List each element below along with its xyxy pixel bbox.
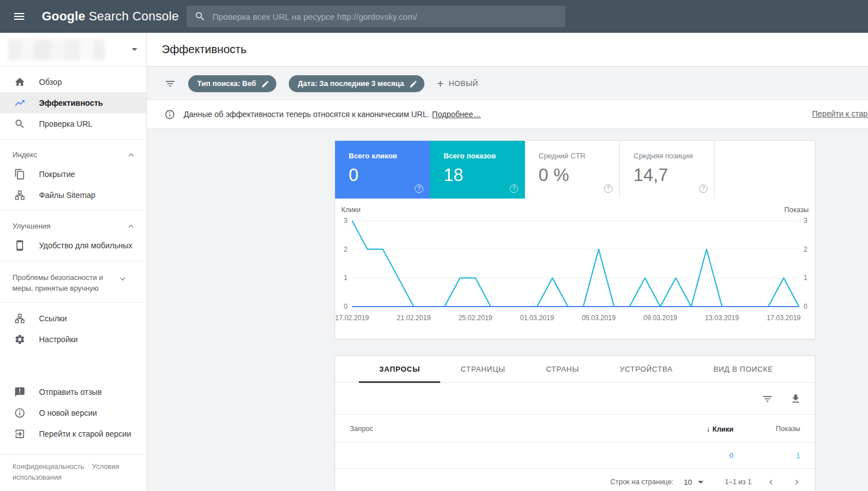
svg-text:01.03.2019: 01.03.2019 (520, 314, 554, 322)
chip-label: Дата: За последние 3 месяца (298, 79, 404, 88)
sidebar-item-feedback[interactable]: Отправить отзыв (0, 381, 146, 402)
table-filter-icon[interactable] (762, 393, 773, 404)
next-page-button[interactable]: › (790, 475, 804, 489)
rows-per-page-select[interactable]: 10 (684, 478, 703, 486)
filter-icon[interactable] (164, 78, 176, 89)
metric-tile-avg-position[interactable]: Средняя позиция 14,7 ? (620, 141, 715, 199)
tab-label: СТРАНИЦЫ (461, 365, 505, 373)
logo-google: Google (42, 9, 85, 23)
property-selector[interactable] (0, 33, 146, 67)
help-icon[interactable]: ? (415, 184, 423, 193)
sidebar-item-old-version[interactable]: Перейти к старой версии (0, 423, 146, 444)
metric-tile-total-clicks[interactable]: Всего кликов 0 ? (335, 141, 430, 199)
rows-per-page-value: 10 (684, 478, 692, 486)
section-improvements[interactable]: Улучшения (0, 216, 146, 235)
page-header: Эффективность (147, 33, 868, 67)
sidebar-item-mobile-usability[interactable]: Удобство для мобильных (0, 235, 146, 256)
chevron-up-icon (126, 221, 136, 231)
table-pagination: Строк на странице: 10 1–1 из 1 ‹ › (335, 469, 815, 491)
sidebar-item-coverage[interactable]: Покрытие (0, 163, 146, 184)
svg-text:09.03.2019: 09.03.2019 (643, 314, 677, 322)
prev-page-button[interactable]: ‹ (764, 475, 778, 489)
tab-queries[interactable]: ЗАПРОСЫ (359, 356, 440, 382)
metric-tile-total-impressions[interactable]: Всего показов 18 ? (430, 141, 525, 199)
new-filter-button[interactable]: + НОВЫЙ (437, 77, 478, 89)
performance-chart[interactable]: Клики Показы 0011223317.02.201921.02.201… (335, 199, 815, 337)
sidebar-item-label: Эффективность (39, 98, 103, 107)
metric-value: 0 (349, 165, 430, 186)
svg-text:21.02.2019: 21.02.2019 (397, 314, 431, 322)
metric-label: Средняя позиция (633, 152, 714, 160)
url-inspect-input[interactable] (212, 12, 557, 21)
sidebar: Обзор Эффективность Проверка URL Индекс … (0, 33, 147, 491)
filter-bar: Тип поиска: Веб Дата: За последние 3 мес… (147, 67, 868, 100)
edit-pencil-icon (409, 79, 418, 88)
svg-text:0: 0 (344, 303, 348, 311)
sidebar-nav: Обзор Эффективность Проверка URL Индекс … (0, 67, 146, 454)
sidebar-item-label: Обзор (39, 77, 62, 87)
table-header-row: Запрос ↓Клики Показы (335, 415, 815, 443)
svg-text:1: 1 (344, 274, 348, 282)
old-report-link[interactable]: Перейти к старо (812, 109, 868, 118)
section-title: Проблемы безопасности и меры, принятые в… (12, 272, 118, 294)
info-banner: Данные об эффективности теперь относятся… (147, 100, 868, 129)
help-icon[interactable]: ? (510, 184, 518, 193)
filter-chip-date[interactable]: Дата: За последние 3 месяца (289, 75, 424, 92)
filter-chip-search-type[interactable]: Тип поиска: Веб (188, 75, 276, 92)
divider (0, 261, 146, 261)
tab-devices[interactable]: УСТРОЙСТВА (600, 356, 693, 382)
logo-product: Search Console (89, 9, 179, 23)
tab-pages[interactable]: СТРАНИЦЫ (440, 356, 526, 382)
svg-text:3: 3 (344, 217, 348, 225)
column-header-clicks[interactable]: ↓Клики (654, 424, 734, 433)
magnifier-icon (14, 118, 25, 130)
home-icon (14, 76, 25, 88)
sidebar-item-links[interactable]: Ссылки (0, 308, 146, 329)
help-icon[interactable]: ? (604, 184, 613, 193)
section-index[interactable]: Индекс (0, 145, 146, 163)
property-name-redacted (8, 39, 105, 61)
tab-search-appearance[interactable]: ВИД В ПОИСКЕ (693, 356, 793, 382)
metric-tile-avg-ctr[interactable]: Средний CTR 0 % ? (525, 141, 620, 199)
sidebar-item-label: Проверка URL (39, 119, 93, 128)
learn-more-link[interactable]: Подробнее… (432, 110, 481, 119)
tab-countries[interactable]: СТРАНЫ (526, 356, 599, 382)
svg-text:2: 2 (804, 246, 808, 253)
tile-filler (715, 141, 815, 199)
chevron-up-icon (126, 150, 136, 160)
table-toolbar (335, 383, 815, 415)
chip-label: Тип поиска: Веб (197, 79, 256, 88)
table-row[interactable]: 0 1 (335, 443, 815, 469)
sidebar-item-performance[interactable]: Эффективность (0, 92, 146, 113)
section-title: Улучшения (12, 221, 126, 231)
column-header-query[interactable]: Запрос (350, 425, 654, 433)
svg-text:1: 1 (804, 274, 808, 282)
performance-chart-svg[interactable]: 0011223317.02.201921.02.201925.02.201901… (335, 215, 815, 337)
sidebar-item-sitemaps[interactable]: Файлы Sitemap (0, 184, 146, 205)
privacy-link[interactable]: Конфиденциальность (12, 463, 84, 471)
svg-text:2: 2 (344, 246, 348, 253)
column-header-impressions[interactable]: Показы (734, 425, 800, 433)
impressions-cell: 1 (734, 451, 800, 460)
info-icon (14, 407, 25, 419)
banner-text: Данные об эффективности теперь относятся… (184, 110, 429, 119)
sidebar-item-settings[interactable]: Настройки (0, 329, 146, 350)
sidebar-item-label: Покрытие (39, 170, 75, 179)
sidebar-item-url-inspection[interactable]: Проверка URL (0, 113, 146, 134)
performance-icon (14, 97, 25, 109)
help-icon[interactable]: ? (699, 184, 708, 193)
sidebar-item-label: О новой версии (39, 408, 97, 417)
spacer (0, 350, 146, 381)
section-security[interactable]: Проблемы безопасности и меры, принятые в… (0, 266, 146, 297)
url-inspect-searchbox[interactable] (186, 6, 565, 27)
sidebar-footer: КонфиденциальностьУсловия использования (0, 454, 146, 491)
menu-icon[interactable] (12, 10, 26, 23)
svg-text:05.03.2019: 05.03.2019 (581, 314, 615, 322)
topbar: GoogleSearch Console (0, 0, 868, 33)
metric-value: 14,7 (633, 165, 714, 186)
download-icon[interactable] (790, 393, 801, 404)
sidebar-item-label: Перейти к старой версии (39, 429, 131, 438)
sidebar-item-about-new-version[interactable]: О новой версии (0, 402, 146, 423)
metric-value: 18 (444, 165, 525, 186)
sidebar-item-overview[interactable]: Обзор (0, 71, 146, 92)
